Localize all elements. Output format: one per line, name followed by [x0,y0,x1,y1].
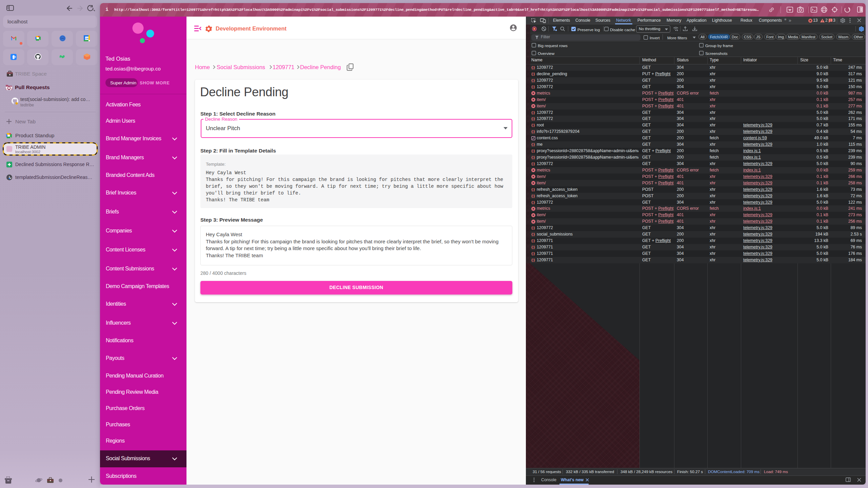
svg-text:24: 24 [85,37,88,40]
